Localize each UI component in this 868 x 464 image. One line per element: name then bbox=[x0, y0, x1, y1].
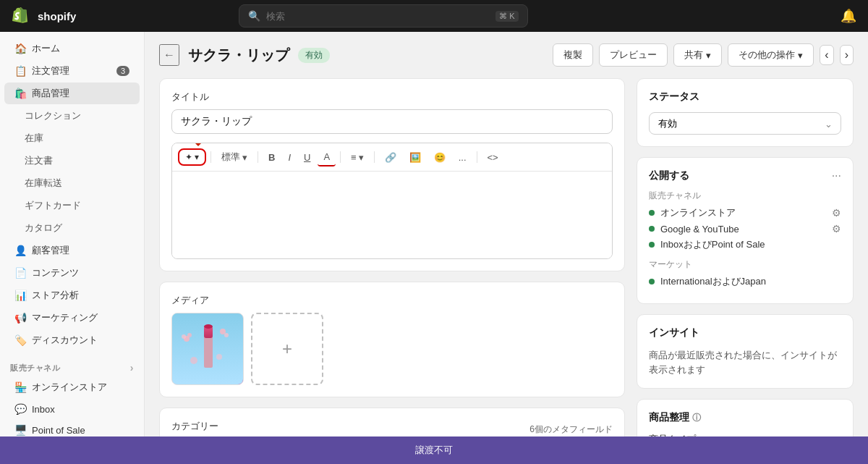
color-button[interactable]: A bbox=[318, 148, 336, 166]
online-store-icon: 🏪 bbox=[14, 381, 26, 393]
ai-generate-button[interactable]: ✦ ▾ bbox=[178, 148, 206, 166]
channel-settings-icon-1[interactable]: ⚙ bbox=[832, 207, 841, 219]
category-card: カテゴリー 6個のメタフィールド 口紅 枠率を決定し、メタフィールドを追加して、… bbox=[159, 408, 625, 436]
channel-section-label: 販売チャネル bbox=[649, 190, 841, 202]
ai-dropdown-icon: ▾ bbox=[195, 152, 199, 162]
back-button[interactable]: ← bbox=[159, 44, 179, 66]
notification-bell[interactable]: 🔔 bbox=[841, 8, 856, 24]
sidebar-label-pos: Point of Sale bbox=[32, 425, 85, 436]
orders-icon: 📋 bbox=[14, 65, 26, 77]
channel-dot-google bbox=[649, 226, 655, 232]
sidebar-item-online-store[interactable]: 🏪 オンラインストア bbox=[4, 376, 140, 398]
org-info-icon: ⓘ bbox=[692, 413, 701, 423]
toolbar-separator-3 bbox=[340, 151, 341, 163]
customers-icon: 👤 bbox=[14, 245, 26, 256]
sidebar-item-marketing[interactable]: 📢 マーケティング bbox=[4, 307, 140, 329]
channel-item-google: Google & YouTube ⚙ bbox=[649, 223, 841, 235]
preview-button[interactable]: プレビュー bbox=[599, 43, 668, 67]
editor-toolbar: テキストを生成 ✦ ▾ 標準 ▾ bbox=[172, 143, 612, 172]
title-label: タイトル bbox=[171, 90, 613, 104]
sidebar-item-pos[interactable]: 🖥️ Point of Sale bbox=[4, 420, 140, 436]
sidebar-label-purchase-orders: 注文書 bbox=[25, 154, 53, 167]
sidebar-item-orders[interactable]: 📋 注文管理 3 bbox=[4, 60, 140, 82]
sidebar-item-products[interactable]: 🛍️ 商品管理 bbox=[4, 83, 140, 104]
sidebar-item-customers[interactable]: 👤 顧客管理 bbox=[4, 240, 140, 261]
sidebar-label-orders: 注文管理 bbox=[32, 64, 69, 77]
emoji-button[interactable]: 😊 bbox=[428, 149, 451, 166]
align-button[interactable]: ≡▾ bbox=[345, 149, 370, 166]
keyboard-shortcut: ⌘ K bbox=[495, 11, 518, 22]
title-input[interactable] bbox=[171, 109, 613, 134]
italic-button[interactable]: I bbox=[282, 149, 297, 166]
media-label: メディア bbox=[171, 294, 613, 307]
orders-badge: 3 bbox=[116, 66, 129, 76]
sidebar: 🏠 ホーム 📋 注文管理 3 🛍️ 商品管理 コレクション 在庫 注文書 在庫転… bbox=[0, 32, 145, 436]
svg-point-7 bbox=[220, 329, 226, 334]
share-button[interactable]: 共有 ▾ bbox=[673, 43, 722, 67]
more-chevron-icon: ▾ bbox=[798, 50, 803, 61]
bottom-bar[interactable]: 譲渡不可 bbox=[0, 436, 868, 464]
link-button[interactable]: 🔗 bbox=[379, 149, 402, 166]
underline-button[interactable]: U bbox=[298, 149, 316, 166]
format-chevron-icon: ▾ bbox=[242, 152, 247, 163]
svg-point-5 bbox=[182, 334, 186, 339]
sidebar-item-discounts[interactable]: 🏷️ ディスカウント bbox=[4, 329, 140, 351]
inbox-icon: 💬 bbox=[14, 403, 26, 415]
sidebar-label-gift-cards: ギフトカード bbox=[25, 199, 81, 212]
channel-settings-icon-2[interactable]: ⚙ bbox=[832, 223, 841, 235]
sidebar-item-inventory[interactable]: 在庫 bbox=[14, 127, 140, 149]
channel-label-google: Google & YouTube bbox=[660, 224, 739, 235]
content-grid: タイトル テキストを生成 ✦ ▾ bbox=[159, 78, 854, 436]
svg-rect-1 bbox=[204, 335, 213, 368]
insight-text: 商品が最近販売された場合に、インサイトが表示されます bbox=[649, 348, 841, 376]
sidebar-item-inbox[interactable]: 💬 Inbox bbox=[4, 399, 140, 419]
status-select[interactable]: 有効 bbox=[649, 112, 841, 135]
logo-text: shopify bbox=[38, 10, 76, 22]
content-icon: 📄 bbox=[14, 267, 26, 279]
sidebar-item-analytics[interactable]: 📊 ストア分析 bbox=[4, 284, 140, 306]
next-product-button[interactable]: › bbox=[840, 45, 854, 65]
sidebar-item-gift-cards[interactable]: ギフトカード bbox=[14, 195, 140, 216]
media-item-1[interactable] bbox=[171, 313, 244, 385]
status-badge: 有効 bbox=[298, 48, 330, 63]
search-input[interactable] bbox=[266, 11, 490, 22]
svg-point-3 bbox=[204, 324, 213, 329]
sidebar-item-home[interactable]: 🏠 ホーム bbox=[4, 38, 140, 59]
code-button[interactable]: <> bbox=[482, 149, 504, 166]
sidebar-item-transfers[interactable]: 在庫転送 bbox=[14, 172, 140, 194]
more-actions-button[interactable]: その他の操作 ▾ bbox=[728, 43, 814, 67]
channel-dot-inbox-pos bbox=[649, 242, 655, 248]
publish-title: 公開する bbox=[649, 169, 689, 182]
ai-button-wrapper: テキストを生成 ✦ ▾ bbox=[178, 148, 206, 166]
duplicate-button[interactable]: 複製 bbox=[553, 43, 593, 67]
prev-product-button[interactable]: ‹ bbox=[820, 45, 833, 65]
sidebar-item-collections[interactable]: コレクション bbox=[14, 105, 140, 127]
organization-card: 商品整理 ⓘ 商品タイプ 販売元 bbox=[637, 399, 854, 436]
search-bar[interactable]: 🔍 ⌘ K bbox=[239, 4, 528, 28]
more-formats-button[interactable]: ... bbox=[453, 149, 472, 166]
bold-button[interactable]: B bbox=[263, 149, 281, 166]
sidebar-label-online-store: オンラインストア bbox=[32, 381, 107, 394]
insight-title: インサイト bbox=[649, 326, 841, 339]
sidebar-item-purchase-orders[interactable]: 注文書 bbox=[14, 150, 140, 172]
status-title: ステータス bbox=[649, 90, 841, 104]
editor-body[interactable] bbox=[172, 172, 612, 258]
title-card: タイトル テキストを生成 ✦ ▾ bbox=[159, 78, 625, 271]
ai-sparkle-icon: ✦ bbox=[185, 152, 192, 162]
status-select-wrapper: 有効 bbox=[649, 112, 841, 135]
org-title: 商品整理 ⓘ bbox=[649, 411, 841, 424]
sidebar-label-customers: 顧客管理 bbox=[32, 244, 69, 257]
channel-label-online-store: オンラインストア bbox=[660, 206, 736, 219]
products-icon: 🛍️ bbox=[14, 88, 26, 99]
format-dropdown-button[interactable]: 標準 ▾ bbox=[216, 148, 253, 166]
toolbar-separator-4 bbox=[374, 151, 375, 163]
sidebar-label-inventory: 在庫 bbox=[25, 132, 43, 145]
add-media-button[interactable]: + bbox=[251, 313, 323, 385]
sidebar-item-content[interactable]: 📄 コンテンツ bbox=[4, 262, 140, 284]
left-column: タイトル テキストを生成 ✦ ▾ bbox=[159, 78, 625, 436]
sidebar-item-catalog[interactable]: カタログ bbox=[14, 217, 140, 239]
sales-channel-expand-icon[interactable]: › bbox=[130, 362, 134, 374]
image-button[interactable]: 🖼️ bbox=[404, 149, 427, 166]
publish-more-button[interactable]: ··· bbox=[832, 169, 841, 182]
sidebar-label-marketing: マーケティング bbox=[32, 311, 98, 324]
